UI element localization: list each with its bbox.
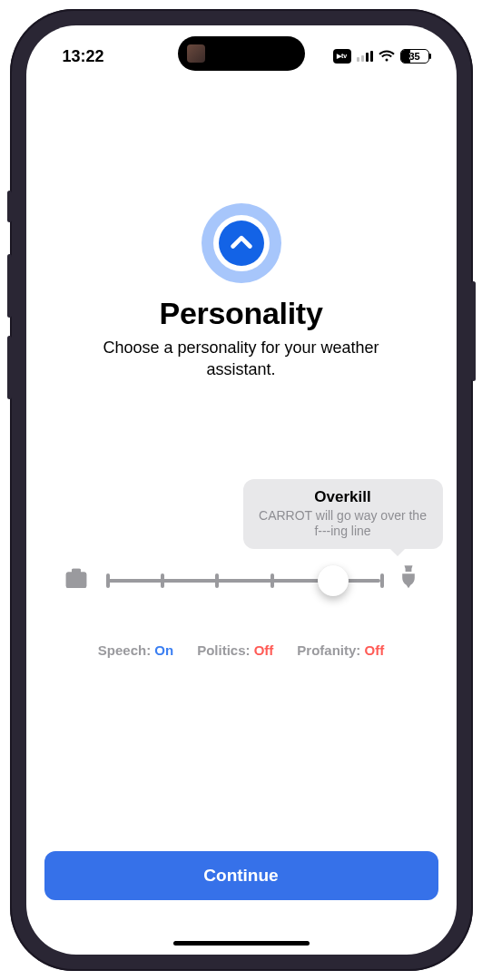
personality-slider-section: Overkill CARROT will go way over the f--… (54, 563, 429, 658)
status-right: ▶tv 35 (333, 49, 429, 64)
toggles-row: Speech: On Politics: Off Profanity: Off (98, 642, 384, 658)
chevron-up-icon (229, 230, 254, 256)
speech-toggle[interactable]: Speech: On (98, 642, 173, 658)
slider-row (54, 563, 429, 599)
volume-down-button (7, 336, 12, 399)
speech-value: On (154, 642, 173, 658)
page-subtitle: Choose a personality for your weather as… (96, 337, 387, 381)
phone-frame: 13:22 ▶tv 35 (10, 9, 473, 971)
tooltip-subtitle: CARROT will go way over the f---ing line (254, 508, 432, 540)
profanity-toggle[interactable]: Profanity: Off (297, 642, 384, 658)
screen: 13:22 ▶tv 35 (26, 25, 457, 955)
wifi-icon (379, 50, 395, 63)
speech-label: Speech: (98, 642, 151, 658)
profanity-value: Off (365, 642, 385, 658)
power-button (471, 281, 476, 381)
suitcase-icon (63, 565, 90, 596)
volume-up-button (7, 254, 12, 318)
slider-tick (380, 573, 384, 588)
appletv-indicator-icon: ▶tv (333, 49, 351, 64)
cellular-signal-icon (357, 51, 373, 62)
continue-button[interactable]: Continue (44, 851, 438, 900)
battery-icon: 35 (400, 49, 429, 64)
slider-thumb[interactable] (318, 565, 349, 596)
content: Personality Choose a personality for you… (26, 76, 457, 851)
slider-tick (215, 573, 219, 588)
home-indicator[interactable] (173, 941, 310, 946)
app-logo-icon (202, 203, 281, 283)
dynamic-island (178, 36, 305, 71)
battery-text: 35 (401, 51, 428, 62)
slider-tooltip: Overkill CARROT will go way over the f--… (243, 479, 443, 549)
slider-tick (106, 573, 110, 588)
bomb-icon (397, 564, 420, 598)
politics-value: Off (254, 642, 274, 658)
personality-slider[interactable] (106, 563, 380, 599)
politics-toggle[interactable]: Politics: Off (197, 642, 273, 658)
now-playing-thumbnail (187, 44, 205, 63)
slider-tick (161, 573, 164, 588)
status-time: 13:22 (63, 47, 104, 66)
page-title: Personality (160, 296, 323, 331)
svg-rect-1 (72, 568, 80, 573)
profanity-label: Profanity: (297, 642, 360, 658)
slider-tick (271, 573, 274, 588)
silence-switch (7, 191, 12, 222)
tooltip-title: Overkill (254, 488, 432, 506)
footer: Continue (26, 851, 457, 955)
header-section: Personality Choose a personality for you… (54, 203, 429, 381)
politics-label: Politics: (197, 642, 250, 658)
svg-rect-0 (65, 572, 86, 588)
